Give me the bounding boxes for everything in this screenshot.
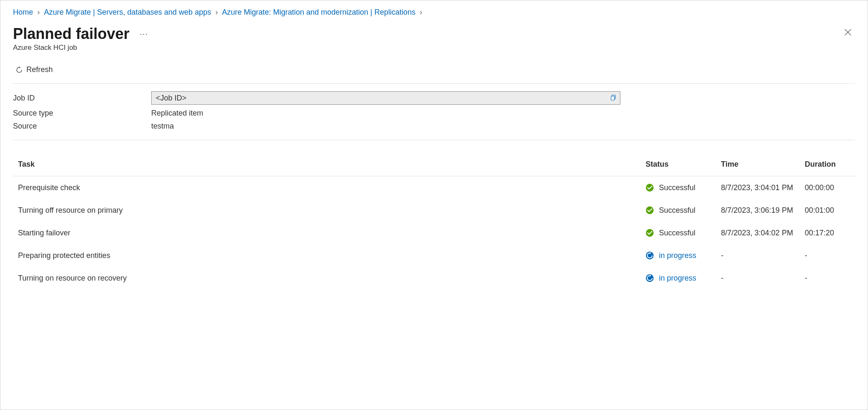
jobid-label: Job ID — [13, 94, 151, 103]
task-name: Starting failover — [13, 229, 646, 237]
success-icon — [646, 183, 654, 192]
source-label: Source — [13, 122, 151, 131]
refresh-button[interactable]: Refresh — [13, 64, 55, 76]
svg-point-6 — [646, 229, 654, 237]
success-icon — [646, 206, 654, 214]
table-row: Turning on resource on recovery in progr… — [13, 267, 855, 289]
close-button[interactable] — [841, 25, 855, 41]
refresh-icon — [16, 66, 23, 74]
svg-rect-3 — [611, 96, 615, 100]
refresh-label: Refresh — [26, 65, 53, 74]
table-row: Turning off resource on primary Successf… — [13, 199, 855, 222]
status-text: Successful — [659, 183, 695, 192]
time-cell: 8/7/2023, 3:04:01 PM — [721, 183, 805, 192]
status-text: in progress — [659, 274, 696, 283]
table-row: Prerequisite check Successful 8/7/2023, … — [13, 176, 855, 199]
source-value: testma — [151, 122, 174, 131]
in-progress-icon — [646, 251, 654, 260]
status-cell: Successful — [646, 229, 721, 237]
status-text: in progress — [659, 251, 696, 260]
more-icon[interactable]: ⋯ — [140, 29, 148, 39]
breadcrumb-item[interactable]: Home — [13, 8, 33, 17]
in-progress-icon — [646, 274, 654, 282]
breadcrumb: Home › Azure Migrate | Servers, database… — [0, 0, 868, 22]
table-header-row: Task Status Time Duration — [13, 153, 855, 176]
table-row: Starting failover Successful 8/7/2023, 3… — [13, 222, 855, 244]
time-cell: 8/7/2023, 3:06:19 PM — [721, 206, 805, 215]
task-name: Preparing protected entities — [13, 251, 646, 260]
status-cell: in progress — [646, 251, 721, 260]
toolbar: Refresh — [0, 52, 868, 83]
page-title: Planned failover — [13, 25, 129, 43]
chevron-right-icon: › — [37, 8, 40, 17]
status-text: Successful — [659, 206, 695, 215]
status-cell: Successful — [646, 183, 721, 192]
jobid-input[interactable] — [156, 94, 609, 103]
duration-cell: - — [805, 251, 855, 260]
duration-cell: - — [805, 274, 855, 283]
time-cell: 8/7/2023, 3:04:02 PM — [721, 229, 805, 237]
breadcrumb-item[interactable]: Azure Migrate | Servers, databases and w… — [44, 8, 211, 17]
time-cell: - — [721, 274, 805, 283]
duration-cell: 00:17:20 — [805, 229, 855, 237]
chevron-right-icon: › — [420, 8, 422, 17]
page-subtitle: Azure Stack HCI job — [0, 43, 868, 52]
jobid-field — [151, 91, 620, 105]
chevron-right-icon: › — [215, 8, 218, 17]
svg-point-5 — [646, 206, 654, 214]
source-type-label: Source type — [13, 109, 151, 118]
properties-section: Job ID Source type Replicated item Sourc… — [0, 84, 868, 140]
duration-cell: 00:00:00 — [805, 183, 855, 192]
table-row: Preparing protected entities in progress… — [13, 244, 855, 267]
col-task: Task — [13, 160, 646, 169]
tasks-table: Task Status Time Duration Prerequisite c… — [0, 153, 868, 289]
duration-cell: 00:01:00 — [805, 206, 855, 215]
status-cell: in progress — [646, 274, 721, 283]
breadcrumb-item[interactable]: Azure Migrate: Migration and modernizati… — [222, 8, 416, 17]
source-type-value: Replicated item — [151, 109, 203, 118]
copy-icon — [610, 94, 617, 101]
col-time: Time — [721, 160, 805, 169]
time-cell: - — [721, 251, 805, 260]
task-name: Prerequisite check — [13, 183, 646, 192]
svg-point-4 — [646, 184, 654, 191]
divider — [13, 140, 855, 140]
task-name: Turning on resource on recovery — [13, 274, 646, 283]
close-icon — [843, 28, 852, 37]
success-icon — [646, 229, 654, 237]
status-cell: Successful — [646, 206, 721, 215]
col-duration: Duration — [805, 160, 855, 169]
copy-button[interactable] — [609, 93, 617, 103]
col-status: Status — [646, 160, 721, 169]
task-name: Turning off resource on primary — [13, 206, 646, 215]
status-text: Successful — [659, 229, 695, 237]
